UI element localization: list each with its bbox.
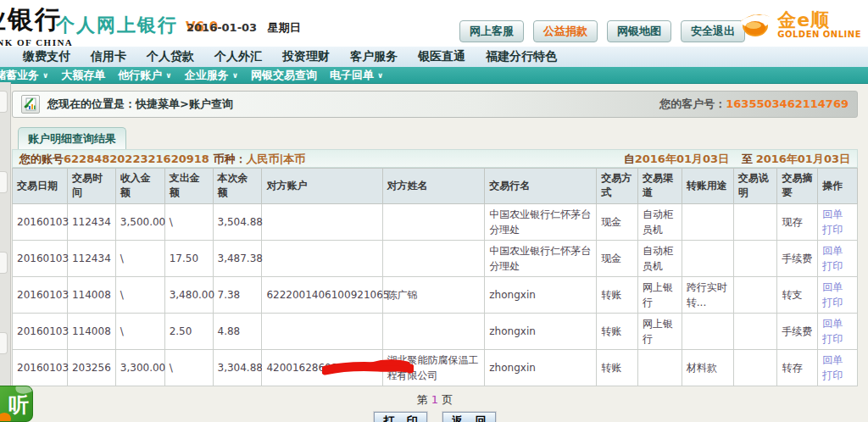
print-button[interactable]: 打 印 [374, 412, 427, 422]
chevron-down-icon: ∨ [42, 71, 48, 80]
sidebar-item-edge [0, 332, 8, 354]
col-balance: 本次余额 [213, 169, 262, 204]
table-cell: 3,300.00 [115, 349, 164, 386]
table-cell: 材料款 [682, 349, 733, 386]
table-cell [733, 349, 777, 386]
table-cell: 20160103 [13, 276, 68, 313]
nav-large-deposit[interactable]: 大额存单 [61, 68, 105, 83]
nav-e-receipt[interactable]: 电子回单 ∨ [330, 68, 383, 83]
account-label: 您的账号 [19, 153, 64, 165]
widget-accent-dot [0, 413, 11, 422]
table-cell [682, 240, 733, 276]
table-cell: 现金 [597, 240, 638, 276]
table-cell: 3,487.38 [213, 240, 262, 276]
receipt-print-link[interactable]: 回单打印 [822, 245, 843, 272]
table-cell [382, 203, 485, 240]
logo-text-en: GOLDEN ONLINE [777, 30, 861, 39]
table-cell: 4.88 [213, 313, 262, 349]
table-cell [382, 240, 485, 276]
table-cell: 20160103 [13, 240, 68, 276]
nav-personal-loan[interactable]: 个人贷款 [147, 49, 194, 64]
table-cell: 网上银行 [638, 313, 682, 349]
table-cell: 跨行实时转... [682, 276, 733, 313]
nav-payments[interactable]: 缴费支付 [23, 49, 70, 64]
current-date: 2016-01-03 [186, 21, 257, 34]
receipt-print-link[interactable]: 回单打印 [822, 281, 843, 308]
table-cell: 3,504.88 [213, 203, 262, 240]
table-cell: 手续费 [777, 240, 818, 276]
table-cell: zhongxin [485, 313, 597, 349]
currency-label: 币种： [213, 153, 246, 165]
table-header: 交易日期 交易时间 收入金额 支出金额 本次余额 对方账户 对方姓名 交易行名 … [13, 169, 858, 204]
table-cell: 3,500.00 [115, 203, 164, 240]
table-cell: 114008 [67, 313, 115, 349]
nav-savings[interactable]: 储蓄业务 ∨ [0, 68, 48, 83]
charity-donation-button[interactable]: 公益捐款 [533, 20, 598, 42]
nav-transaction-query[interactable]: 网银交易查询 [251, 68, 317, 83]
col-trade-summary: 交易摘要 [777, 169, 818, 204]
nav-investment[interactable]: 投资理财 [282, 49, 330, 64]
table-cell [733, 203, 777, 240]
table-cell [682, 203, 733, 240]
breadcrumb-location: 您现在的位置是：快捷菜单>账户查询 [47, 97, 233, 112]
swoosh-icon [737, 7, 774, 42]
table-cell: 20160103 [13, 203, 68, 240]
col-actions: 操作 [818, 169, 858, 204]
from-label: 自 [624, 153, 635, 165]
table-cell: 42001628608 [262, 349, 382, 386]
to-date: 2016年01月03日 [756, 153, 850, 165]
nav-bank-medical[interactable]: 银医直通 [418, 49, 465, 64]
date-display: 2016-01-03 星期日 [186, 20, 301, 36]
back-button[interactable]: 返 回 [442, 412, 496, 422]
receipt-print-link[interactable]: 回单打印 [822, 318, 843, 345]
safe-logout-button[interactable]: 安全退出 [681, 20, 745, 42]
table-cell: 中国农业银行仁怀茅台分理处 [485, 203, 597, 240]
col-income: 收入金额 [115, 169, 164, 204]
table-cell: \ [115, 276, 164, 313]
col-trade-time: 交易时间 [67, 169, 115, 204]
table-cell: 转存 [777, 349, 818, 386]
table-cell: 陈广锦 [382, 276, 485, 313]
bank-map-button[interactable]: 网银地图 [607, 20, 671, 42]
main-content: 您现在的位置是：快捷菜单>账户查询 您的客户号：1635503462114769… [0, 84, 868, 422]
col-trade-channel: 交易渠道 [638, 169, 682, 204]
collapsed-sidebar-edge[interactable] [0, 82, 11, 386]
receipt-print-link[interactable]: 回单打印 [822, 208, 843, 236]
table-cell: 20160103 [13, 349, 68, 386]
widget-glyph: 听 [8, 391, 29, 419]
floating-widget-icon[interactable]: 听 [0, 386, 33, 422]
table-cell [262, 240, 382, 276]
tab-account-detail-results[interactable]: 账户明细查询结果 [18, 127, 126, 149]
table-cell: 20160103 [13, 313, 68, 349]
nav-customer-service[interactable]: 客户服务 [350, 49, 398, 64]
nav-corporate-services[interactable]: 企业服务 ∨ [185, 68, 238, 83]
table-cell: 中国农业银行仁怀茅台分理处 [485, 240, 597, 276]
table-cell: 3,480.00 [164, 276, 213, 313]
online-service-button[interactable]: 网上客服 [459, 20, 524, 42]
client-no-label: 您的客户号： [659, 97, 726, 110]
table-row: 20160103114008\2.504.88zhongxin转账网上银行手续费… [13, 313, 858, 349]
tab-row: 账户明细查询结果 [12, 127, 858, 149]
table-row: 201601031124343,500.00\3,504.88中国农业银行仁怀茅… [13, 203, 858, 240]
table-cell: 自动柜员机 [638, 203, 682, 240]
nav-personal-forex[interactable]: 个人外汇 [214, 49, 262, 64]
receipt-print-link[interactable]: 回单打印 [822, 354, 843, 381]
account-number: 6228482022321620918 [64, 153, 209, 165]
document-chart-icon [21, 95, 40, 114]
sidebar-item-edge [0, 252, 8, 274]
table-cell [733, 313, 777, 349]
current-weekday: 星期日 [268, 21, 301, 34]
table-cell [382, 313, 485, 349]
page-suffix: 页 [442, 393, 453, 406]
table-cell: 现金 [597, 203, 638, 240]
nav-other-bank-accounts[interactable]: 他行账户 ∨ [118, 68, 171, 83]
nav-fujian-branch[interactable]: 福建分行特色 [486, 49, 557, 64]
chevron-down-icon: ∨ [377, 71, 383, 80]
col-transfer-purpose: 转账用途 [682, 169, 733, 204]
table-cell: zhongxin [485, 349, 597, 386]
nav-credit-card[interactable]: 信用卡 [91, 49, 126, 64]
action-buttons: 打 印 返 回 [12, 412, 858, 422]
col-bank-name: 交易行名 [485, 169, 597, 204]
secondary-nav: 储蓄业务 ∨ 大额存单 他行账户 ∨ 企业服务 ∨ 网银交易查询 电子回单 ∨ [0, 67, 868, 84]
page-number: 1 [428, 393, 442, 406]
